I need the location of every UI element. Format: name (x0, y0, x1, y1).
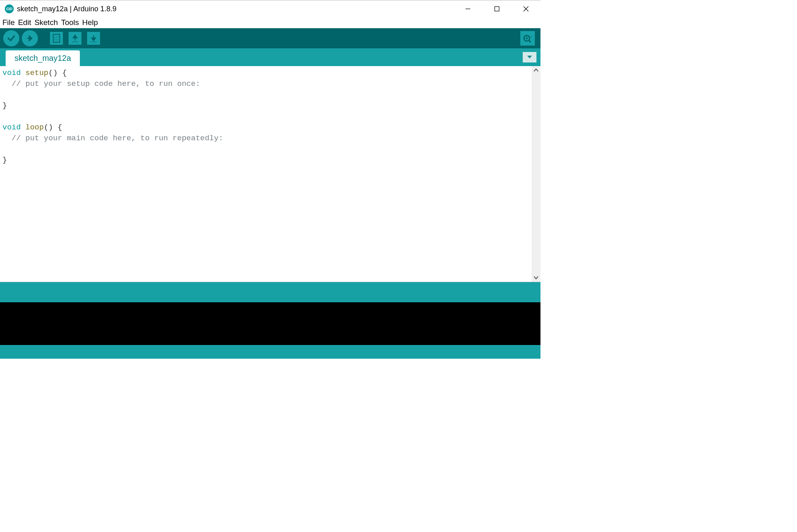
footer-bar (0, 345, 540, 357)
menu-tools[interactable]: Tools (59, 18, 80, 27)
new-sketch-button[interactable] (48, 30, 65, 46)
arduino-app-icon (5, 4, 14, 13)
open-sketch-button[interactable] (67, 30, 83, 46)
menu-file[interactable]: File (1, 18, 17, 27)
window-border-bottom (0, 357, 540, 359)
new-icon (50, 32, 63, 45)
tab-menu-button[interactable] (523, 52, 536, 62)
minimize-button[interactable] (453, 1, 482, 17)
output-console[interactable] (0, 302, 540, 345)
tab-active[interactable]: sketch_may12a (6, 50, 80, 66)
upload-icon (22, 30, 38, 46)
menu-bar: File Edit Sketch Tools Help (0, 17, 540, 28)
tab-strip: sketch_may12a (0, 48, 540, 66)
toolbar (0, 28, 540, 48)
svg-rect-6 (495, 7, 499, 11)
window-title: sketch_may12a | Arduino 1.8.9 (17, 5, 117, 13)
menu-help[interactable]: Help (81, 18, 100, 27)
verify-icon (3, 30, 19, 46)
chevron-down-icon (527, 55, 532, 59)
scroll-down-icon[interactable] (532, 274, 540, 282)
svg-point-17 (526, 37, 528, 39)
serial-monitor-icon (523, 33, 532, 43)
status-bar (0, 282, 540, 302)
editor-area: void setup() { // put your setup code he… (0, 66, 540, 282)
vertical-scrollbar[interactable] (532, 66, 540, 282)
menu-edit[interactable]: Edit (17, 18, 33, 27)
maximize-button[interactable] (482, 1, 511, 17)
menu-sketch[interactable]: Sketch (33, 18, 59, 27)
window-controls (453, 1, 540, 17)
code-editor[interactable]: void setup() { // put your setup code he… (0, 66, 532, 282)
close-button[interactable] (511, 1, 540, 17)
title-bar: sketch_may12a | Arduino 1.8.9 (0, 1, 540, 17)
verify-button[interactable] (3, 30, 19, 46)
open-icon (69, 32, 81, 45)
upload-button[interactable] (22, 30, 38, 46)
scroll-up-icon[interactable] (532, 66, 540, 74)
svg-line-18 (529, 40, 531, 42)
serial-monitor-button[interactable] (520, 31, 535, 46)
save-icon (87, 32, 100, 45)
save-sketch-button[interactable] (86, 30, 102, 46)
